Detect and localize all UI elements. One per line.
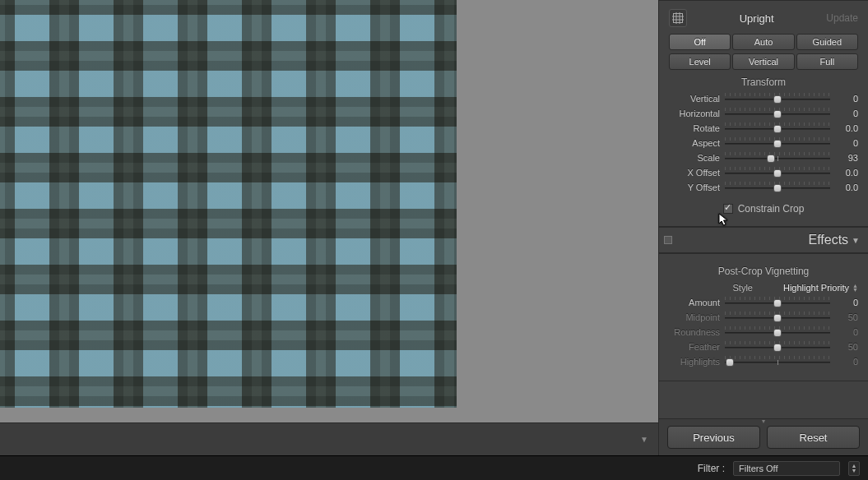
- slider-thumb[interactable]: [773, 125, 782, 133]
- transform-slider-value[interactable]: 0: [835, 108, 858, 118]
- effects-slider-value[interactable]: 0: [835, 327, 858, 337]
- transform-slider-value[interactable]: 0.0: [835, 123, 858, 133]
- transform-slider-row: Aspect0: [669, 136, 858, 150]
- vignette-style-select[interactable]: Highlight Priority ▲▼: [759, 283, 858, 293]
- upright-row: Upright Update: [669, 7, 858, 34]
- transform-slider-slider[interactable]: [725, 152, 830, 164]
- effects-slider-slider[interactable]: [725, 312, 830, 323]
- effects-slider-label: Roundness: [669, 327, 720, 337]
- transform-slider-label: Horizontal: [669, 108, 720, 118]
- transform-slider-slider[interactable]: [725, 167, 830, 178]
- upright-mode-guided[interactable]: Guided: [796, 34, 858, 50]
- slider-thumb[interactable]: [773, 169, 782, 178]
- slider-thumb[interactable]: [773, 329, 782, 337]
- panel-footer-buttons: ▾ Previous Reset: [659, 418, 868, 455]
- transform-slider-label: Rotate: [669, 123, 720, 133]
- effects-slider-slider[interactable]: [725, 297, 830, 308]
- slider-thumb[interactable]: [773, 140, 782, 148]
- effects-slider-slider[interactable]: [725, 326, 830, 338]
- upright-mode-level[interactable]: Level: [669, 53, 731, 70]
- chevron-down-icon[interactable]: ▼: [640, 435, 648, 444]
- chevron-down-icon[interactable]: ▼: [852, 236, 860, 245]
- effects-slider-slider[interactable]: [725, 356, 830, 367]
- panel-scroll[interactable]: Upright Update Off Auto Guided Level Ver…: [659, 0, 868, 418]
- chevron-down-icon: ▼: [852, 468, 857, 473]
- slider-thumb[interactable]: [773, 110, 782, 118]
- preview-image[interactable]: [0, 0, 457, 408]
- upright-mode-vertical[interactable]: Vertical: [732, 53, 794, 70]
- right-panel: Upright Update Off Auto Guided Level Ver…: [658, 0, 868, 455]
- transform-slider-label: Scale: [669, 153, 720, 163]
- app-footer: Filter : Filters Off ▲ ▼: [0, 455, 868, 480]
- effects-slider-slider[interactable]: [725, 341, 830, 353]
- filter-select[interactable]: Filters Off: [733, 461, 840, 476]
- transform-slider-value[interactable]: 0: [835, 138, 858, 148]
- effects-title: Effects: [672, 233, 852, 247]
- constrain-crop-checkbox[interactable]: [723, 204, 733, 214]
- upright-mode-row-2: Level Vertical Full: [669, 53, 858, 70]
- upright-mode-auto[interactable]: Auto: [732, 34, 794, 50]
- slider-thumb[interactable]: [773, 314, 782, 322]
- filter-select-value: Filters Off: [739, 464, 777, 473]
- slider-thumb[interactable]: [773, 184, 782, 192]
- vignette-style-value: Highlight Priority: [783, 283, 849, 293]
- transform-slider-row: X Offset0.0: [669, 165, 858, 180]
- effects-panel-header[interactable]: Effects ▼: [659, 227, 868, 253]
- transform-slider-slider[interactable]: [725, 137, 830, 149]
- vignette-style-label: Style: [733, 283, 753, 293]
- filter-stepper[interactable]: ▲ ▼: [848, 461, 860, 476]
- transform-slider-label: X Offset: [669, 168, 720, 178]
- transform-slider-slider[interactable]: [725, 93, 830, 104]
- effects-slider-value[interactable]: 0: [835, 298, 858, 307]
- constrain-crop-row: Constrain Crop: [669, 203, 858, 215]
- transform-slider-value[interactable]: 0: [835, 94, 858, 104]
- svg-rect-0: [674, 14, 683, 23]
- transform-slider-row: Vertical0: [669, 91, 858, 106]
- effects-slider-value[interactable]: 0: [835, 357, 858, 367]
- slider-thumb[interactable]: [726, 358, 734, 367]
- previous-button[interactable]: Previous: [667, 426, 760, 449]
- grip-icon: ▾: [762, 418, 765, 425]
- transform-slider-value[interactable]: 0.0: [835, 182, 858, 192]
- transform-sliders: Vertical0Horizontal0Rotate0.0Aspect0Scal…: [669, 91, 858, 195]
- reset-button[interactable]: Reset: [767, 426, 860, 449]
- slider-thumb[interactable]: [773, 95, 782, 104]
- preview-area: ▼: [0, 0, 658, 455]
- filter-label: Filter :: [698, 463, 725, 474]
- transform-slider-slider[interactable]: [725, 182, 830, 193]
- effects-slider-row: Highlights0: [669, 354, 858, 369]
- transform-slider-row: Horizontal0: [669, 106, 858, 121]
- transform-panel: Upright Update Off Auto Guided Level Ver…: [659, 0, 868, 227]
- transform-slider-value[interactable]: 93: [835, 153, 858, 163]
- vignette-section-title: Post-Crop Vignetting: [669, 265, 858, 277]
- upright-update-button[interactable]: Update: [826, 12, 858, 24]
- upright-mode-off[interactable]: Off: [669, 34, 731, 50]
- effects-slider-value[interactable]: 50: [835, 342, 858, 352]
- transform-slider-slider[interactable]: [725, 108, 830, 119]
- effects-slider-value[interactable]: 50: [835, 312, 858, 322]
- effects-slider-label: Amount: [669, 298, 720, 307]
- slider-thumb[interactable]: [767, 155, 775, 163]
- preview-footer-bar: ▼: [0, 422, 658, 455]
- effects-toggle-switch[interactable]: [664, 236, 672, 244]
- transform-slider-label: Y Offset: [669, 182, 720, 192]
- upright-mode-full[interactable]: Full: [796, 53, 858, 70]
- effects-sliders: Amount0Midpoint50Roundness0Feather50High…: [669, 295, 858, 369]
- updown-arrows-icon: ▲▼: [852, 284, 858, 292]
- transform-slider-slider[interactable]: [725, 122, 830, 134]
- effects-slider-row: Midpoint50: [669, 310, 858, 325]
- upright-tool-icon[interactable]: [669, 9, 687, 27]
- app-root: ▼: [0, 0, 868, 480]
- transform-slider-label: Vertical: [669, 94, 720, 104]
- effects-slider-label: Midpoint: [669, 312, 720, 322]
- upright-mode-row-1: Off Auto Guided: [669, 34, 858, 50]
- slider-thumb[interactable]: [773, 344, 782, 352]
- effects-slider-row: Amount0: [669, 295, 858, 310]
- transform-section-title: Transform: [669, 76, 858, 88]
- slider-thumb[interactable]: [773, 299, 782, 307]
- preview-canvas-bg: [0, 408, 658, 422]
- vignette-style-row: Style Highlight Priority ▲▼: [669, 280, 858, 295]
- transform-slider-label: Aspect: [669, 138, 720, 148]
- transform-slider-value[interactable]: 0.0: [835, 168, 858, 178]
- effects-slider-row: Feather50: [669, 339, 858, 354]
